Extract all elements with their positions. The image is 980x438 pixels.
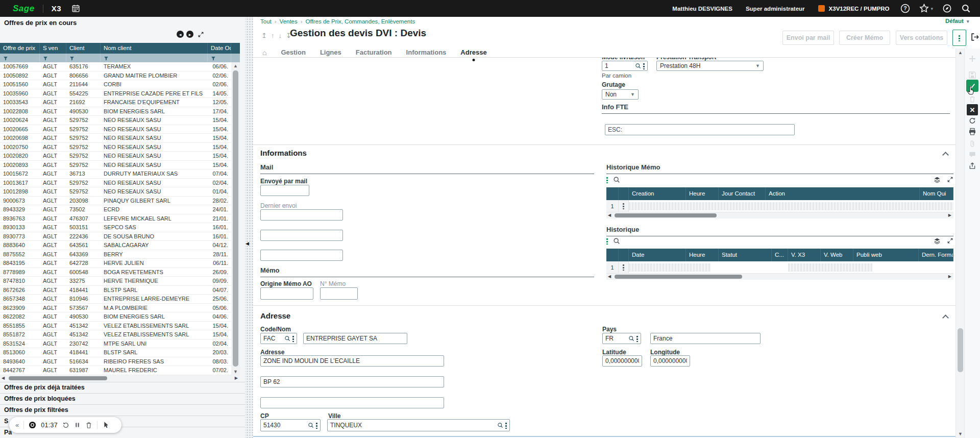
column-header[interactable]: Date OdP [208,43,231,54]
profile-switcher[interactable]: Défaut ▾ [945,18,969,24]
breadcrumb-item[interactable]: Tout [260,18,272,25]
adresse-ligne1-field[interactable]: ZONE IND MOULIN DE L'ECAILLE [260,355,444,367]
tab-adresse[interactable]: Adresse [460,48,486,56]
pays-nom-field[interactable]: France [650,333,761,344]
table-row[interactable]: 8875552AGLT643369BERRY28/11. [0,250,240,259]
grid-expand-icon[interactable] [947,176,953,183]
table-row[interactable]: 1 [606,261,953,274]
table-row[interactable]: 8843195AGLT642728HERVE JULIEN06/11. [0,259,240,268]
scroll-down-icon[interactable]: ▼ [956,431,965,436]
table-row[interactable]: 10050892AGLT806656GRAND MAITRE PLOMBIER0… [0,71,240,81]
filter-funnel-icon[interactable] [3,56,8,61]
help-icon[interactable] [900,4,910,13]
esc-field[interactable]: ESC: [605,124,795,135]
first-record-icon[interactable]: ↥ [261,32,267,39]
column-header[interactable]: Dern. Format im [919,249,953,261]
scrollbar-thumb[interactable] [615,213,717,217]
row-menu-icon[interactable] [619,261,629,273]
global-search-icon[interactable] [961,4,971,13]
table-row[interactable]: 10022808AGLT490530BIOM ENERGIES SARL17/0… [0,107,240,116]
table-row[interactable]: 9000673AGLT203098PINAQUY GILBERT SARL28/… [0,197,240,206]
num-memo-field[interactable] [320,287,358,300]
scroll-left-icon[interactable]: ◀ [608,212,611,218]
panel-section-header[interactable]: Offres de prix filtrées [0,404,245,416]
dernier-envoi-field[interactable] [260,209,343,221]
filter-funnel-icon[interactable] [104,56,109,61]
delete-recording-icon[interactable] [85,422,92,429]
grid-menu-icon[interactable] [606,238,608,245]
grid-search-icon[interactable] [613,176,620,183]
grid-search-icon[interactable] [613,237,620,245]
more-actions-button[interactable] [952,30,966,46]
refresh-button[interactable] [969,117,976,125]
scrollbar-thumb[interactable] [233,70,238,367]
latitude-field[interactable]: 0,0000000000 [602,355,642,367]
field-options-icon[interactable] [316,422,317,429]
tab-facturation[interactable]: Facturation [356,48,392,56]
column-header[interactable]: Heure [686,249,719,261]
search-icon[interactable] [497,422,503,428]
panel-section-header[interactable]: Offres de prix bloquées [0,393,245,404]
table-row[interactable]: 10020665AGLT529752NEO RESEAUX SASU15/04. [0,125,240,134]
tab-lignes[interactable]: Lignes [320,48,341,56]
table-row[interactable]: 10033543AGLT21692FRANCAISE D'EQUIPEMENT1… [0,98,240,107]
scroll-right-icon[interactable]: ▶ [948,274,951,280]
scroll-down-icon[interactable]: ▼ [231,369,240,374]
table-row[interactable]: 8883640AGLT643561SABALCAGARAY04/12. [0,241,240,250]
table-row[interactable]: 8531524AGLT230742MTPE SARL UNI02/04. [0,339,240,349]
table-row[interactable]: 10035960AGLT554225ENTREPRISE CAZADE PERE… [0,89,240,99]
breadcrumb-item[interactable]: Offres de Prix, Commandes, Enlèvements [306,18,415,25]
table-row[interactable]: 8493640AGLT516634RIBEIRO FRERES SAS08/03… [0,357,240,367]
origine-memo-field[interactable] [260,287,313,300]
row-number[interactable]: 1 [606,261,619,273]
user-name[interactable]: Matthieu DESVIGNES [672,6,732,12]
column-header[interactable]: S ven [40,43,66,54]
row-menu-icon[interactable] [619,200,629,212]
ville-field[interactable]: TINQUEUX [327,419,510,431]
filter-funnel-icon[interactable] [43,56,48,61]
grutage-select[interactable]: Non ▼ [602,89,639,100]
panel-section-header[interactable]: Offres de prix déjà traitées [0,382,245,393]
column-header[interactable]: Creation [629,187,686,200]
grid-expand-icon[interactable] [947,237,953,244]
field-options-icon[interactable] [643,63,645,69]
column-header[interactable]: Heure [686,187,719,200]
column-header[interactable]: Client [66,43,101,54]
table-row[interactable]: 10057669AGLT635176TERAMEX06/06. [0,62,240,71]
vers-cotations-button[interactable]: Vers cotations [896,31,947,45]
filter-funnel-icon[interactable] [69,56,75,61]
prestation-transport-select[interactable]: Prestation 48H ▼ [656,61,764,71]
horizontal-scrollbar[interactable]: ◀ ▶ [606,274,953,280]
table-row[interactable]: 8551855AGLT451342VELEZ ETABLISSEMENTS SA… [0,322,240,331]
quotes-horizontal-scrollbar[interactable]: ◀ ▶ [0,375,240,382]
grid-settings-icon[interactable] [934,237,941,245]
table-row[interactable]: 10013617AGLT529752NEO RESEAUX SASU02/04. [0,179,240,188]
table-row[interactable]: 10015672AGLT36713DURRUTY MATERIAUX SAS07… [0,169,240,179]
leave-page-icon[interactable] [971,33,979,41]
table-row[interactable]: 8657348AGLT810946ENTREPRISE LARRE-DEMEYR… [0,295,240,304]
envoi-par-mail-button[interactable]: Envoi par mail [782,31,834,45]
grid-settings-icon[interactable] [934,176,941,183]
row-number[interactable]: 1 [606,200,619,212]
table-row[interactable]: 1 [606,200,953,212]
quotes-vertical-scrollbar[interactable]: ▲ ▼ [231,62,240,375]
collapse-informations-icon[interactable] [942,152,949,158]
envoi-field-2[interactable] [260,230,343,241]
tab-informations[interactable]: Informations [406,48,447,56]
pays-code-field[interactable]: FR [602,333,641,344]
longitude-field[interactable]: 0,0000000000 [650,355,690,367]
column-header[interactable]: C... [772,249,788,261]
scrollbar-thumb[interactable] [615,275,742,279]
search-icon[interactable] [635,63,641,69]
code-field[interactable]: FAC [260,333,297,344]
table-row[interactable]: 10012898AGLT529752NEO RESEAUX SASU01/04. [0,187,240,197]
nom-field[interactable]: ENTREPRISE GAYET SA [303,333,407,344]
environment-name[interactable]: X3V12REC / PUMPRO [829,6,890,12]
scrollbar-thumb[interactable] [9,376,107,380]
table-row[interactable]: 8930773AGLT222436DE SOUSA BRUNO16/01. [0,232,240,241]
next-record-button[interactable]: ▶ [186,31,193,38]
pause-recording-icon[interactable] [74,422,81,428]
column-header[interactable]: V. X3 [788,249,821,261]
panel-splitter[interactable] [245,17,253,438]
column-header[interactable]: Statut [719,249,772,261]
